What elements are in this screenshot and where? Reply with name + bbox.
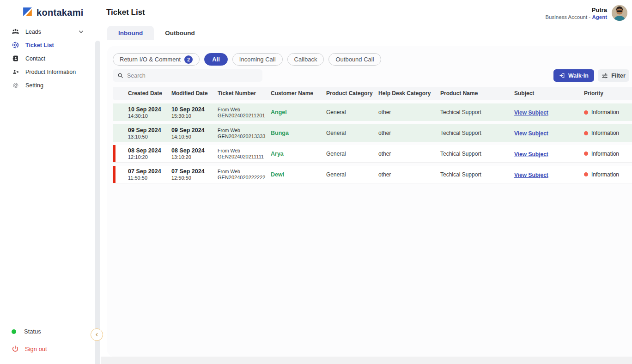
created-date-cell: 09 Sep 2024 13:10:50 <box>128 127 171 140</box>
user-subtitle: Business Account - Agent <box>545 14 607 20</box>
col-priority: Priority <box>584 90 632 97</box>
brand-logo[interactable]: kontakami <box>22 6 84 19</box>
priority-dot-icon <box>584 110 588 115</box>
view-subject-link[interactable]: View Subject <box>514 172 548 178</box>
ticket-number-cell: From Web GEN2024020211201 <box>218 107 271 118</box>
ticket-number-cell: From Web GEN2024020222222 <box>218 169 271 180</box>
col-created-date: Created Date <box>128 90 171 97</box>
modified-date-cell: 07 Sep 2024 12:50:50 <box>171 168 218 181</box>
gear-icon <box>12 82 19 89</box>
product-name-cell: Techical Support <box>440 130 514 136</box>
signout-label: Sign out <box>25 346 47 352</box>
walkin-icon <box>559 73 565 79</box>
product-category-cell: General <box>326 109 378 115</box>
col-product-category: Product Category <box>326 90 378 97</box>
modified-date-cell: 10 Sep 2024 15:30:10 <box>171 106 218 119</box>
customer-name-cell[interactable]: Arya <box>271 151 326 157</box>
brand-logo-icon <box>22 6 33 19</box>
priority-label: Information <box>591 109 619 115</box>
chip-incoming-call[interactable]: Incoming Call <box>232 53 283 66</box>
sidebar-menu: Leads Ticket List Contact <box>0 25 98 92</box>
help-desk-category-cell: other <box>378 151 440 157</box>
help-desk-category-cell: other <box>378 171 440 178</box>
status-label: Status <box>24 328 41 335</box>
sidebar-collapse-button[interactable] <box>91 328 103 341</box>
col-product-name: Product Name <box>440 90 514 97</box>
chip-label: Return I/O & Comment <box>120 56 181 63</box>
search-input[interactable] <box>127 73 258 79</box>
chip-callback[interactable]: Callback <box>287 53 324 66</box>
tab-bar: Inbound Outbound <box>107 26 206 40</box>
ticket-icon <box>12 41 19 49</box>
product-category-cell: General <box>326 130 378 136</box>
sidebar-item-label: Ticket List <box>25 42 54 49</box>
sidebar-item-setting[interactable]: Setting <box>0 79 98 92</box>
col-ticket-number: Ticket Number <box>218 90 271 97</box>
sidebar-item-ticket-list[interactable]: Ticket List <box>0 38 98 52</box>
table-row[interactable]: 10 Sep 2024 14:30:10 10 Sep 2024 15:30:1… <box>113 103 632 121</box>
table-body: 10 Sep 2024 14:30:10 10 Sep 2024 15:30:1… <box>113 103 632 187</box>
search-box <box>113 69 262 82</box>
customer-name-cell[interactable]: Bunga <box>271 130 326 136</box>
sidebar-item-contact[interactable]: Contact <box>0 52 98 65</box>
help-desk-category-cell: other <box>378 109 440 115</box>
filter-chips: Return I/O & Comment 2 All Incoming Call… <box>113 53 381 66</box>
ticket-list-panel: Return I/O & Comment 2 All Incoming Call… <box>107 46 632 357</box>
priority-dot-icon <box>584 152 588 156</box>
user-name: Putra <box>545 6 607 13</box>
product-category-cell: General <box>326 151 378 157</box>
user-text: Putra Business Account - Agent <box>545 6 607 20</box>
product-info-icon <box>12 69 19 75</box>
page-title: Ticket List <box>106 8 145 17</box>
modified-date-cell: 08 Sep 2024 13:10:20 <box>171 147 218 160</box>
chevron-down-icon[interactable] <box>78 29 84 35</box>
priority-cell: Information <box>584 130 632 136</box>
chip-return-io-comment[interactable]: Return I/O & Comment 2 <box>113 53 200 66</box>
sidebar-item-label: Setting <box>25 82 43 89</box>
customer-name-cell[interactable]: Angel <box>271 109 326 115</box>
customer-name-cell[interactable]: Dewi <box>271 171 326 178</box>
sidebar-item-label: Leads <box>25 29 41 35</box>
tab-inbound[interactable]: Inbound <box>107 26 154 40</box>
priority-dot-icon <box>584 172 588 176</box>
chip-count-badge: 2 <box>184 55 193 64</box>
filter-button[interactable]: Filter <box>598 69 629 82</box>
avatar[interactable] <box>612 5 627 21</box>
help-desk-category-cell: other <box>378 130 440 136</box>
filter-label: Filter <box>611 73 626 79</box>
product-name-cell: Techical Support <box>440 151 514 157</box>
product-name-cell: Techical Support <box>440 171 514 178</box>
unread-indicator <box>113 166 115 183</box>
page-background-strip <box>101 357 632 364</box>
created-date-cell: 10 Sep 2024 14:30:10 <box>128 106 171 119</box>
view-subject-link[interactable]: View Subject <box>514 109 548 116</box>
status-row[interactable]: Status <box>12 328 41 335</box>
table-row[interactable]: 09 Sep 2024 13:10:50 09 Sep 2024 14:10:5… <box>113 124 632 142</box>
sidebar-item-product-information[interactable]: Product Information <box>0 65 98 79</box>
unread-indicator <box>113 145 115 162</box>
app-root: kontakami Leads Ticket List <box>0 0 632 364</box>
status-online-dot <box>12 329 16 334</box>
created-date-cell: 07 Sep 2024 11:50:50 <box>128 168 171 181</box>
sidebar-item-label: Product Information <box>25 69 76 75</box>
priority-label: Information <box>591 151 619 157</box>
sidebar-item-leads[interactable]: Leads <box>0 25 98 38</box>
priority-cell: Information <box>584 151 632 157</box>
view-subject-link[interactable]: View Subject <box>514 130 548 137</box>
col-subject: Subject <box>514 90 584 97</box>
table-row[interactable]: 08 Sep 2024 12:10:20 08 Sep 2024 13:10:2… <box>113 145 632 163</box>
user-separator: - <box>589 14 590 20</box>
table-row[interactable]: 07 Sep 2024 11:50:50 07 Sep 2024 12:50:5… <box>113 166 632 183</box>
view-subject-link[interactable]: View Subject <box>514 151 548 158</box>
tab-outbound[interactable]: Outbound <box>154 26 206 40</box>
signout-button[interactable]: Sign out <box>12 345 47 352</box>
product-category-cell: General <box>326 171 378 178</box>
product-name-cell: Techical Support <box>440 109 514 115</box>
col-modified-date: Modified Date <box>171 90 218 97</box>
user-menu[interactable]: Putra Business Account - Agent <box>545 5 627 21</box>
walkin-button[interactable]: Walk-In <box>553 69 594 82</box>
user-role: Agent <box>592 14 607 20</box>
sidebar-scrollbar[interactable] <box>95 41 100 364</box>
chip-all[interactable]: All <box>204 53 228 66</box>
chip-outbound-call[interactable]: Outbound Call <box>328 53 381 66</box>
